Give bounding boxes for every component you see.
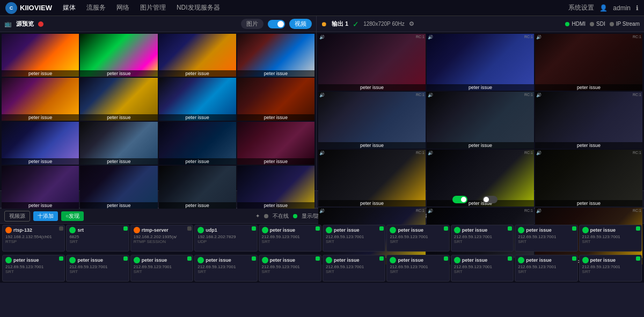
device-name-19: peter issue — [526, 257, 552, 263]
output-cell-6[interactable]: 🔊 RC:1 peter issue — [535, 92, 642, 149]
device-type-20: SRT — [582, 269, 639, 274]
output-cell-1[interactable]: 🔊 RC:1 peter issue — [318, 34, 426, 91]
device-card-6[interactable]: peter issue 212.69.59.123:7001 SRT — [323, 225, 385, 252]
source-cell-3[interactable]: peter issue — [159, 34, 236, 77]
ipstream-status-dot — [610, 22, 614, 26]
source-cell-5[interactable]: peter issue — [2, 78, 79, 121]
device-status-icon-12 — [69, 257, 76, 263]
device-card-17[interactable]: peter issue 212.69.59.123:7001 SRT — [386, 255, 449, 282]
source-cell-1[interactable]: peter issue — [2, 34, 79, 77]
output-label-9: peter issue — [535, 200, 642, 207]
device-tag-17 — [444, 256, 448, 261]
source-cell-12[interactable]: peter issue — [237, 122, 314, 165]
source-cell-8[interactable]: peter issue — [237, 78, 314, 121]
source-cell-7[interactable]: peter issue — [159, 78, 236, 121]
output-cell-8[interactable]: 🔊 RC:1 peter issue — [427, 150, 534, 207]
video-source-btn[interactable]: 视频源 — [4, 211, 30, 222]
device-name-17: peter issue — [398, 257, 423, 263]
device-status-icon-rtmp — [134, 227, 140, 233]
device-card-20[interactable]: peter issue 212.69.59.123:7001 SRT — [579, 255, 642, 282]
device-card-14[interactable]: peter issue 212.69.59.123:7001 SRT — [194, 255, 257, 282]
output-label-6: peter issue — [535, 142, 642, 149]
source-label-2: peter issue — [80, 70, 157, 77]
system-settings[interactable]: 系统设置 — [568, 3, 594, 12]
source-cell-11[interactable]: peter issue — [159, 122, 236, 165]
tab-video[interactable]: 视频 — [289, 19, 312, 29]
output-cell-4[interactable]: 🔊 RC:1 peter issue — [318, 92, 426, 149]
device-card-18[interactable]: peter issue 212.69.59.123:7001 SRT — [451, 255, 514, 282]
admin-label[interactable]: admin — [613, 4, 631, 12]
source-grid-container: peter issue peter issue peter issue pete… — [1, 33, 316, 190]
device-name-udp: udp1 — [206, 227, 217, 233]
add-btn[interactable]: 十添加 — [33, 211, 58, 221]
device-card-rtsp[interactable]: rtsp-132 192.168.2.132:554(ch01 RTSP — [2, 225, 65, 252]
source-cell-4[interactable]: peter issue — [237, 34, 314, 77]
device-name-srt: srt — [77, 227, 84, 233]
source-cell-2[interactable]: peter issue — [80, 34, 157, 77]
output-cell-3[interactable]: 🔊 RC:1 peter issue — [535, 34, 642, 91]
source-cell-6[interactable]: peter issue — [80, 78, 157, 121]
refresh-btn[interactable]: ○发现 — [61, 211, 84, 221]
output-settings-icon[interactable]: ⚙ — [409, 20, 414, 27]
output-cell-5[interactable]: 🔊 RC:1 peter issue — [427, 92, 534, 149]
nav-network[interactable]: 网络 — [116, 3, 129, 12]
logo-icon: C — [5, 2, 17, 14]
source-cell-13[interactable]: peter issue — [2, 166, 79, 209]
source-cell-15[interactable]: peter issue — [159, 166, 236, 209]
device-name-14: peter issue — [206, 257, 231, 263]
output-cell-7[interactable]: 🔊 RC:1 peter issue — [318, 150, 426, 207]
source-toggle[interactable] — [268, 20, 285, 28]
toggle-dot — [277, 21, 284, 27]
device-card-10[interactable]: peter issue 212.69.59.123:7001 SRT — [579, 225, 642, 252]
device-card-15[interactable]: peter issue 212.69.59.123:7001 SRT — [259, 255, 321, 282]
device-name-16: peter issue — [334, 257, 360, 263]
device-type-15: SRT — [262, 269, 318, 274]
device-name-12: peter issue — [77, 257, 103, 263]
device-card-rtmp[interactable]: rtmp-server 192.168.2.202:1935(a/ RTMP S… — [130, 225, 193, 252]
output-resolution: 1280x720P 60Hz — [363, 21, 405, 27]
output-badges: HDMI SDI IP Stream — [565, 21, 640, 27]
source-cell-10[interactable]: peter issue — [80, 122, 157, 165]
device-card-srt[interactable]: srt 6825 SRT — [66, 225, 129, 252]
source-label-13: peter issue — [2, 202, 79, 209]
device-card-13[interactable]: peter issue 212.69.59.123:7001 SRT — [130, 255, 193, 282]
device-card-udp[interactable]: udp1 192.168.2.202:7829 UDP — [194, 225, 257, 252]
source-record-dot[interactable] — [38, 21, 43, 27]
status-offline-label: 不在线 — [273, 212, 289, 220]
device-status-icon-18 — [454, 257, 460, 263]
top-navigation: C KIIOVIEW 媒体 流服务 网络 图片管理 NDI发现服务器 系统设置 … — [0, 0, 644, 16]
device-card-12[interactable]: peter issue 212.69.59.123:7001 SRT — [66, 255, 129, 282]
nav-stream[interactable]: 流服务 — [86, 3, 106, 12]
nav-image[interactable]: 图片管理 — [140, 3, 166, 12]
source-label-7: peter issue — [159, 114, 236, 121]
device-card-19[interactable]: peter issue 212.69.59.123:7001 SRT — [515, 255, 577, 282]
device-ip-10: 212.69.59.123:7001 — [582, 234, 639, 239]
device-card-11[interactable]: peter issue 212.69.59.123:7001 SRT — [2, 255, 65, 282]
source-label-1: peter issue — [2, 70, 79, 77]
dot-separator: ✦ — [255, 213, 260, 219]
nav-media[interactable]: 媒体 — [63, 3, 76, 12]
source-cell-16[interactable]: peter issue — [237, 166, 314, 209]
output-label-8: peter issue — [427, 200, 534, 207]
device-card-5[interactable]: peter issue 212.69.59.123:7001 SRT — [259, 225, 321, 252]
simulate-toggle[interactable] — [482, 196, 497, 203]
info-icon[interactable]: ℹ — [636, 4, 639, 12]
cover-toggle[interactable] — [452, 196, 467, 203]
toggle-switch[interactable] — [268, 20, 285, 28]
device-tag-18 — [508, 256, 512, 261]
device-card-7[interactable]: peter issue 212.69.59.123:7001 SRT — [386, 225, 449, 252]
device-tag-srt — [123, 226, 128, 231]
device-status-icon-14 — [197, 257, 204, 263]
source-panel: 📺 源预览 图片 视频 peter issue peter issue — [0, 16, 317, 208]
device-name-10: peter issue — [590, 227, 616, 233]
output-cell-2[interactable]: 🔊 RC:1 peter issue — [427, 34, 534, 91]
tab-image[interactable]: 图片 — [241, 19, 264, 29]
device-tag-20 — [636, 256, 640, 261]
device-card-16[interactable]: peter issue 212.69.59.123:7001 SRT — [323, 255, 385, 282]
source-cell-14[interactable]: peter issue — [80, 166, 157, 209]
device-card-9[interactable]: peter issue 212.69.59.123:7001 SRT — [515, 225, 577, 252]
output-cell-9[interactable]: 🔊 RC:1 peter issue — [535, 150, 642, 207]
nav-ndi[interactable]: NDI发现服务器 — [177, 3, 220, 12]
source-cell-9[interactable]: peter issue — [2, 122, 79, 165]
device-card-8[interactable]: peter issue 212.69.59.123:7001 SRT — [451, 225, 514, 252]
